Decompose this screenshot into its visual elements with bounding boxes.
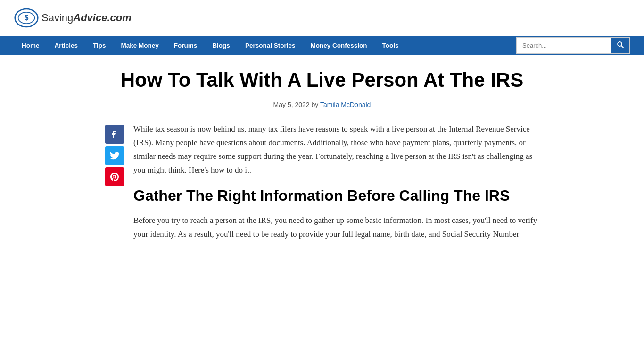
logo-text: SavingAdvice.com (41, 12, 132, 24)
nav-item-forums[interactable]: Forums (166, 36, 205, 55)
nav-link-personal-stories[interactable]: Personal Stories (238, 36, 303, 55)
nav-search-area (516, 37, 630, 54)
nav-link-tools[interactable]: Tools (374, 36, 406, 55)
search-input[interactable] (517, 38, 611, 53)
nav-item-make-money[interactable]: Make Money (114, 36, 166, 55)
svg-text:$: $ (25, 14, 29, 22)
article-by: by (312, 101, 320, 108)
nav-item-home[interactable]: Home (14, 36, 47, 55)
nav-link-blogs[interactable]: Blogs (205, 36, 238, 55)
nav-item-tools[interactable]: Tools (374, 36, 406, 55)
svg-line-4 (621, 46, 623, 48)
nav-link-money-confession[interactable]: Money Confession (303, 36, 374, 55)
article-date: May 5, 2022 (273, 101, 310, 108)
article-body: While tax season is now behind us, many … (133, 123, 539, 251)
site-header: $ SavingAdvice.com (0, 0, 644, 36)
content-wrapper: While tax season is now behind us, many … (105, 123, 539, 251)
nav-item-blogs[interactable]: Blogs (205, 36, 238, 55)
facebook-icon (110, 130, 119, 139)
twitter-icon (110, 151, 119, 160)
nav-link-tips[interactable]: Tips (85, 36, 114, 55)
nav-item-tips[interactable]: Tips (85, 36, 114, 55)
main-content: How To Talk With A Live Person At The IR… (96, 55, 548, 265)
main-nav: Home Articles Tips Make Money Forums Blo… (0, 36, 644, 55)
section1-paragraph: Before you try to reach a person at the … (133, 214, 539, 241)
nav-items-list: Home Articles Tips Make Money Forums Blo… (14, 36, 516, 55)
nav-link-home[interactable]: Home (14, 36, 47, 55)
nav-link-make-money[interactable]: Make Money (114, 36, 166, 55)
article-author-link[interactable]: Tamila McDonald (320, 101, 371, 108)
section1-heading: Gather The Right Information Before Call… (133, 187, 539, 205)
pinterest-icon (110, 172, 119, 181)
site-logo[interactable]: $ SavingAdvice.com (14, 6, 132, 30)
article-title: How To Talk With A Live Person At The IR… (105, 69, 539, 91)
article-meta: May 5, 2022 by Tamila McDonald (105, 101, 539, 108)
nav-link-forums[interactable]: Forums (166, 36, 205, 55)
facebook-share-button[interactable] (105, 125, 124, 144)
nav-item-personal-stories[interactable]: Personal Stories (238, 36, 303, 55)
nav-link-articles[interactable]: Articles (47, 36, 86, 55)
search-wrapper (516, 37, 630, 54)
nav-item-articles[interactable]: Articles (47, 36, 86, 55)
intro-paragraph: While tax season is now behind us, many … (133, 123, 539, 177)
twitter-share-button[interactable] (105, 146, 124, 165)
pinterest-share-button[interactable] (105, 167, 124, 186)
search-icon (617, 41, 624, 48)
nav-item-money-confession[interactable]: Money Confession (303, 36, 374, 55)
logo-icon: $ (14, 6, 39, 30)
search-button[interactable] (611, 38, 629, 53)
social-sidebar (105, 123, 124, 186)
